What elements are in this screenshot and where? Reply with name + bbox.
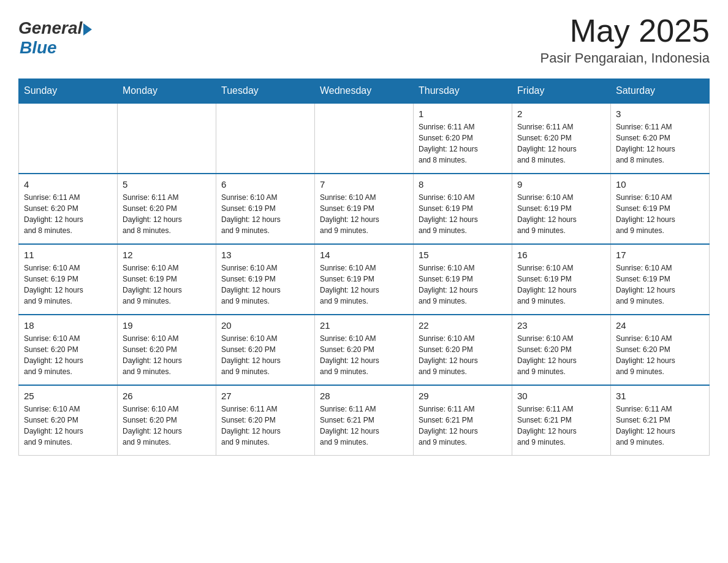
calendar-cell: 28Sunrise: 6:11 AM Sunset: 6:21 PM Dayli… <box>315 385 414 456</box>
calendar-cell: 24Sunrise: 6:10 AM Sunset: 6:20 PM Dayli… <box>611 315 710 385</box>
calendar-cell: 8Sunrise: 6:10 AM Sunset: 6:19 PM Daylig… <box>414 174 512 244</box>
day-number: 7 <box>320 179 408 190</box>
day-number: 26 <box>123 391 211 401</box>
day-info: Sunrise: 6:10 AM Sunset: 6:19 PM Dayligh… <box>24 262 112 307</box>
calendar-cell: 3Sunrise: 6:11 AM Sunset: 6:20 PM Daylig… <box>611 103 710 174</box>
calendar-cell: 1Sunrise: 6:11 AM Sunset: 6:20 PM Daylig… <box>414 103 512 174</box>
calendar-cell: 18Sunrise: 6:10 AM Sunset: 6:20 PM Dayli… <box>19 315 118 385</box>
day-info: Sunrise: 6:11 AM Sunset: 6:20 PM Dayligh… <box>616 121 704 166</box>
day-info: Sunrise: 6:10 AM Sunset: 6:19 PM Dayligh… <box>616 262 704 307</box>
calendar-cell: 9Sunrise: 6:10 AM Sunset: 6:19 PM Daylig… <box>512 174 611 244</box>
calendar-cell: 4Sunrise: 6:11 AM Sunset: 6:20 PM Daylig… <box>19 174 118 244</box>
title-section: May 2025 Pasir Pengaraian, Indonesia <box>540 12 710 66</box>
calendar-cell: 13Sunrise: 6:10 AM Sunset: 6:19 PM Dayli… <box>216 244 315 315</box>
day-info: Sunrise: 6:10 AM Sunset: 6:19 PM Dayligh… <box>517 192 605 236</box>
calendar-cell: 17Sunrise: 6:10 AM Sunset: 6:19 PM Dayli… <box>611 244 710 315</box>
day-info: Sunrise: 6:10 AM Sunset: 6:19 PM Dayligh… <box>419 262 507 307</box>
calendar-cell: 19Sunrise: 6:10 AM Sunset: 6:20 PM Dayli… <box>118 315 216 385</box>
day-info: Sunrise: 6:10 AM Sunset: 6:19 PM Dayligh… <box>320 192 408 236</box>
calendar-cell: 20Sunrise: 6:10 AM Sunset: 6:20 PM Dayli… <box>216 315 315 385</box>
header-row: SundayMondayTuesdayWednesdayThursdayFrid… <box>19 79 710 104</box>
calendar-cell: 10Sunrise: 6:10 AM Sunset: 6:19 PM Dayli… <box>611 174 710 244</box>
day-number: 21 <box>320 320 408 331</box>
day-number: 18 <box>24 320 112 331</box>
day-number: 28 <box>320 391 408 401</box>
day-info: Sunrise: 6:10 AM Sunset: 6:19 PM Dayligh… <box>221 192 309 236</box>
day-number: 1 <box>419 109 507 119</box>
day-info: Sunrise: 6:10 AM Sunset: 6:20 PM Dayligh… <box>24 404 112 448</box>
day-info: Sunrise: 6:10 AM Sunset: 6:20 PM Dayligh… <box>24 333 112 377</box>
calendar-cell: 15Sunrise: 6:10 AM Sunset: 6:19 PM Dayli… <box>414 244 512 315</box>
header-cell-saturday: Saturday <box>611 79 710 104</box>
calendar-cell: 23Sunrise: 6:10 AM Sunset: 6:20 PM Dayli… <box>512 315 611 385</box>
day-number: 16 <box>517 250 605 260</box>
month-title: May 2025 <box>540 12 710 49</box>
week-row-5: 25Sunrise: 6:10 AM Sunset: 6:20 PM Dayli… <box>19 385 710 456</box>
header-cell-sunday: Sunday <box>19 79 118 104</box>
day-number: 11 <box>24 250 112 260</box>
day-number: 4 <box>24 179 112 190</box>
calendar-cell: 16Sunrise: 6:10 AM Sunset: 6:19 PM Dayli… <box>512 244 611 315</box>
calendar-cell: 12Sunrise: 6:10 AM Sunset: 6:19 PM Dayli… <box>118 244 216 315</box>
calendar-cell <box>19 103 118 174</box>
day-info: Sunrise: 6:10 AM Sunset: 6:19 PM Dayligh… <box>517 262 605 307</box>
day-info: Sunrise: 6:10 AM Sunset: 6:19 PM Dayligh… <box>320 262 408 307</box>
day-number: 3 <box>616 109 704 119</box>
day-number: 6 <box>221 179 309 190</box>
header-cell-thursday: Thursday <box>414 79 512 104</box>
day-number: 13 <box>221 250 309 260</box>
calendar-cell: 30Sunrise: 6:11 AM Sunset: 6:21 PM Dayli… <box>512 385 611 456</box>
page-header: General Blue May 2025 Pasir Pengaraian, … <box>18 12 710 66</box>
calendar-cell: 21Sunrise: 6:10 AM Sunset: 6:20 PM Dayli… <box>315 315 414 385</box>
day-info: Sunrise: 6:11 AM Sunset: 6:20 PM Dayligh… <box>517 121 605 166</box>
week-row-4: 18Sunrise: 6:10 AM Sunset: 6:20 PM Dayli… <box>19 315 710 385</box>
header-cell-friday: Friday <box>512 79 611 104</box>
day-info: Sunrise: 6:10 AM Sunset: 6:20 PM Dayligh… <box>517 333 605 377</box>
day-number: 23 <box>517 320 605 331</box>
day-info: Sunrise: 6:10 AM Sunset: 6:20 PM Dayligh… <box>221 333 309 377</box>
day-number: 25 <box>24 391 112 401</box>
week-row-2: 4Sunrise: 6:11 AM Sunset: 6:20 PM Daylig… <box>19 174 710 244</box>
week-row-3: 11Sunrise: 6:10 AM Sunset: 6:19 PM Dayli… <box>19 244 710 315</box>
day-info: Sunrise: 6:11 AM Sunset: 6:21 PM Dayligh… <box>419 404 507 448</box>
day-info: Sunrise: 6:10 AM Sunset: 6:20 PM Dayligh… <box>123 404 211 448</box>
calendar-table: SundayMondayTuesdayWednesdayThursdayFrid… <box>18 79 710 456</box>
day-info: Sunrise: 6:11 AM Sunset: 6:21 PM Dayligh… <box>517 404 605 448</box>
day-info: Sunrise: 6:11 AM Sunset: 6:20 PM Dayligh… <box>24 192 112 236</box>
calendar-cell: 27Sunrise: 6:11 AM Sunset: 6:20 PM Dayli… <box>216 385 315 456</box>
day-number: 5 <box>123 179 211 190</box>
day-number: 10 <box>616 179 704 190</box>
week-row-1: 1Sunrise: 6:11 AM Sunset: 6:20 PM Daylig… <box>19 103 710 174</box>
day-number: 27 <box>221 391 309 401</box>
calendar-cell: 31Sunrise: 6:11 AM Sunset: 6:21 PM Dayli… <box>611 385 710 456</box>
calendar-cell: 11Sunrise: 6:10 AM Sunset: 6:19 PM Dayli… <box>19 244 118 315</box>
day-number: 31 <box>616 391 704 401</box>
header-cell-tuesday: Tuesday <box>216 79 315 104</box>
day-info: Sunrise: 6:10 AM Sunset: 6:20 PM Dayligh… <box>123 333 211 377</box>
calendar-cell: 6Sunrise: 6:10 AM Sunset: 6:19 PM Daylig… <box>216 174 315 244</box>
day-number: 14 <box>320 250 408 260</box>
day-info: Sunrise: 6:11 AM Sunset: 6:20 PM Dayligh… <box>221 404 309 448</box>
day-number: 9 <box>517 179 605 190</box>
header-cell-wednesday: Wednesday <box>315 79 414 104</box>
day-number: 17 <box>616 250 704 260</box>
logo-blue-text: Blue <box>20 38 92 58</box>
day-number: 8 <box>419 179 507 190</box>
calendar-cell: 7Sunrise: 6:10 AM Sunset: 6:19 PM Daylig… <box>315 174 414 244</box>
calendar-cell: 5Sunrise: 6:11 AM Sunset: 6:20 PM Daylig… <box>118 174 216 244</box>
day-info: Sunrise: 6:11 AM Sunset: 6:20 PM Dayligh… <box>123 192 211 236</box>
location-title: Pasir Pengaraian, Indonesia <box>540 50 710 66</box>
day-number: 29 <box>419 391 507 401</box>
day-number: 2 <box>517 109 605 119</box>
day-info: Sunrise: 6:10 AM Sunset: 6:20 PM Dayligh… <box>320 333 408 377</box>
calendar-cell <box>216 103 315 174</box>
calendar-cell: 29Sunrise: 6:11 AM Sunset: 6:21 PM Dayli… <box>414 385 512 456</box>
day-info: Sunrise: 6:10 AM Sunset: 6:19 PM Dayligh… <box>123 262 211 307</box>
day-info: Sunrise: 6:10 AM Sunset: 6:20 PM Dayligh… <box>419 333 507 377</box>
calendar-cell: 14Sunrise: 6:10 AM Sunset: 6:19 PM Dayli… <box>315 244 414 315</box>
logo-arrow-icon <box>83 23 92 36</box>
calendar-cell: 25Sunrise: 6:10 AM Sunset: 6:20 PM Dayli… <box>19 385 118 456</box>
day-number: 15 <box>419 250 507 260</box>
calendar-cell <box>118 103 216 174</box>
day-number: 30 <box>517 391 605 401</box>
